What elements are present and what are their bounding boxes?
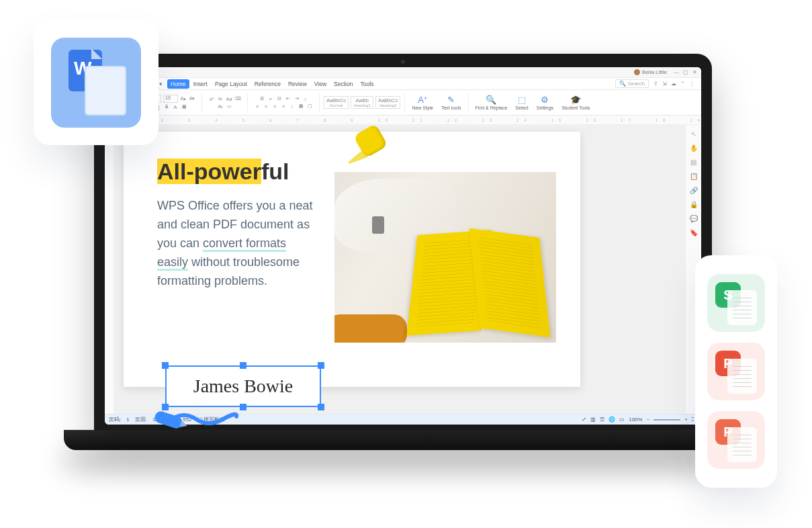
- style-normal[interactable]: AaBbCc Normal: [324, 96, 349, 109]
- comment-icon[interactable]: 💬: [690, 215, 698, 222]
- reading-view-icon[interactable]: ▭: [619, 416, 625, 423]
- headline-tail: ful: [261, 159, 289, 184]
- document-image[interactable]: [334, 172, 556, 343]
- user-account[interactable]: Bella Little: [634, 69, 667, 75]
- qat-dropdown-icon[interactable]: ▾: [159, 81, 163, 87]
- justify-button[interactable]: ≡: [280, 103, 287, 109]
- text-tools-icon: ✎: [447, 95, 455, 105]
- font-color-button[interactable]: A: [172, 103, 179, 110]
- print-layout-icon[interactable]: ▥: [590, 416, 596, 423]
- signature-text[interactable]: James Bowie: [193, 376, 294, 397]
- tab-review[interactable]: Review: [285, 79, 310, 89]
- titlebar: × + Bella Little — ▢ ✕: [105, 67, 701, 78]
- resize-handle-tm[interactable]: [240, 362, 246, 369]
- number-list-button[interactable]: ≡: [267, 95, 274, 102]
- case-button[interactable]: Aa: [226, 95, 232, 102]
- find-replace-button[interactable]: 🔍 Find & Replace: [473, 95, 510, 110]
- share-icon[interactable]: ⇪: [653, 81, 658, 87]
- resize-handle-tl[interactable]: [162, 362, 169, 369]
- zoom-in-button[interactable]: +: [684, 416, 688, 423]
- hand-tool-icon[interactable]: ✋: [690, 144, 698, 152]
- align-center-button[interactable]: ≡: [263, 103, 269, 109]
- resize-handle-bm[interactable]: [240, 404, 246, 410]
- export-icon[interactable]: ⇲: [662, 81, 667, 87]
- highlight-button[interactable]: ▦: [181, 103, 187, 110]
- highlighter-graphic: [334, 125, 392, 176]
- minimize-button[interactable]: —: [674, 69, 679, 75]
- cursor-tool-icon[interactable]: ↖: [691, 130, 696, 138]
- close-window-button[interactable]: ✕: [692, 69, 697, 75]
- vertical-ruler[interactable]: [105, 125, 114, 414]
- clipboard-icon[interactable]: 📋: [690, 173, 698, 180]
- page[interactable]: All-powerful WPS Office offers you a nea…: [124, 132, 580, 387]
- clear-format-button[interactable]: ⌫: [234, 95, 241, 102]
- char-shading-button[interactable]: A▪: [217, 103, 224, 109]
- lock-icon[interactable]: 🔒: [690, 201, 698, 208]
- tab-strip: × +: [109, 69, 631, 76]
- signature-text-box[interactable]: James Bowie: [165, 365, 321, 407]
- search-box[interactable]: 🔍 Search: [615, 79, 649, 88]
- new-style-button[interactable]: Aᐩ New Style: [409, 95, 436, 110]
- resize-handle-tr[interactable]: [318, 362, 324, 369]
- resize-handle-bl[interactable]: [162, 404, 169, 410]
- tab-section[interactable]: Section: [330, 79, 356, 89]
- cloud-icon[interactable]: ☁: [671, 81, 676, 87]
- zoom-value[interactable]: 100%: [629, 416, 642, 423]
- shrink-font-button[interactable]: A▾: [189, 95, 195, 102]
- tab-page-layout[interactable]: Page Layout: [212, 79, 251, 89]
- sort-button[interactable]: ↕: [302, 95, 309, 102]
- horizontal-ruler[interactable]: · 1 · 2 · 3 · 4 · 5 · 6 · 7 · 8 · 9 · 10…: [105, 116, 701, 125]
- writer-app-card[interactable]: W: [34, 20, 159, 145]
- headline-highlight: All-power: [157, 159, 261, 184]
- find-icon: 🔍: [486, 95, 496, 105]
- tab-view[interactable]: View: [311, 79, 330, 89]
- pdf-app-icon[interactable]: P: [707, 343, 765, 400]
- tab-reference[interactable]: Reference: [251, 79, 284, 89]
- document-headline[interactable]: All-powerful: [157, 159, 289, 185]
- strike-button[interactable]: S̶: [163, 103, 170, 110]
- zoom-slider[interactable]: [653, 419, 680, 421]
- subscript-button[interactable]: x₂: [217, 95, 224, 102]
- style-heading1[interactable]: AaBb Heading1: [351, 96, 373, 109]
- settings-button[interactable]: ⚙ Settings: [534, 95, 556, 110]
- document-body[interactable]: WPS Office offers you a neat and clean P…: [157, 197, 315, 290]
- shading-button[interactable]: ▦: [298, 103, 304, 109]
- char-border-button[interactable]: ▭: [226, 103, 232, 109]
- more-icon[interactable]: ⋮: [689, 81, 694, 87]
- resize-handle-br[interactable]: [318, 404, 324, 410]
- line-spacing-button[interactable]: ↕: [289, 103, 296, 109]
- borders-button[interactable]: ▢: [306, 103, 313, 109]
- outline-view-icon[interactable]: ☰: [600, 416, 604, 423]
- text-tools-button[interactable]: ✎ Text tools: [439, 95, 464, 110]
- link-icon[interactable]: 🔗: [690, 187, 698, 194]
- collapse-ribbon-icon[interactable]: ⌃: [680, 81, 685, 87]
- layers-icon[interactable]: ▤: [690, 159, 696, 166]
- web-layout-icon[interactable]: 🌐: [608, 416, 615, 423]
- avatar: [634, 69, 640, 75]
- pages-label: 页面:: [135, 416, 147, 423]
- styles-gallery[interactable]: AaBbCc Normal AaBb Heading1 AaBbCc Headi…: [324, 96, 400, 109]
- increase-indent-button[interactable]: ⇥: [294, 95, 300, 102]
- page-number-value[interactable]: 1: [126, 416, 129, 423]
- fit-width-icon[interactable]: ⤢: [582, 416, 586, 423]
- align-right-button[interactable]: ≡: [271, 103, 278, 109]
- presentation-app-icon[interactable]: P: [707, 411, 765, 469]
- align-left-button[interactable]: ≡: [254, 103, 261, 109]
- bookmark-icon[interactable]: 🔖: [690, 229, 698, 236]
- font-size-select[interactable]: 10: [163, 95, 178, 103]
- superscript-button[interactable]: x²: [208, 95, 215, 102]
- gear-icon: ⚙: [541, 95, 549, 105]
- bullet-list-button[interactable]: ☰: [259, 95, 265, 102]
- tab-tools[interactable]: Tools: [357, 79, 377, 89]
- decrease-indent-button[interactable]: ⇤: [285, 95, 291, 102]
- select-button[interactable]: ⬚ Select: [512, 95, 531, 110]
- maximize-button[interactable]: ▢: [683, 69, 688, 75]
- grow-font-button[interactable]: A▴: [180, 95, 187, 102]
- multilevel-list-button[interactable]: ⊟: [276, 95, 283, 102]
- style-heading2[interactable]: AaBbCc Heading2: [375, 96, 400, 109]
- student-tools-button[interactable]: 🎓 Student Tools: [559, 95, 592, 110]
- spreadsheet-app-icon[interactable]: S: [707, 274, 765, 332]
- tab-insert[interactable]: Insert: [190, 79, 211, 89]
- zoom-out-button[interactable]: −: [647, 416, 650, 423]
- tab-home[interactable]: Home: [167, 79, 189, 89]
